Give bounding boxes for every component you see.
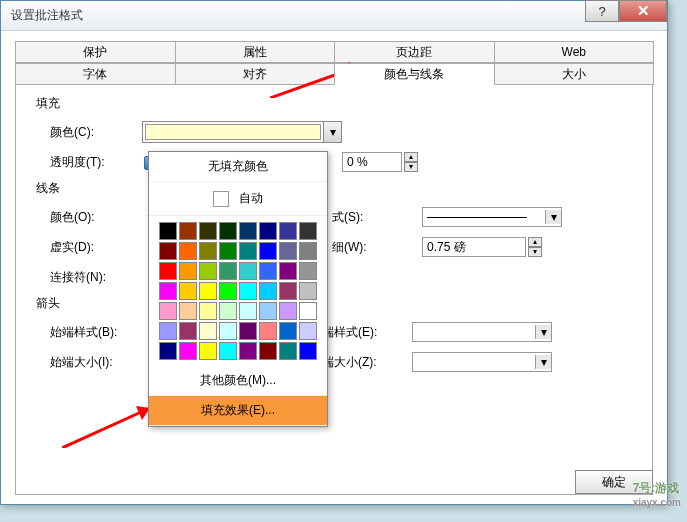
watermark: 7号:游戏xiayx.com bbox=[633, 478, 681, 508]
chevron-down-icon[interactable]: ▾ bbox=[545, 210, 561, 224]
titlebar[interactable]: 设置批注格式 ? ✕ bbox=[1, 1, 667, 31]
spin-down-icon[interactable]: ▾ bbox=[404, 162, 418, 172]
color-swatch[interactable] bbox=[299, 322, 317, 340]
color-swatch[interactable] bbox=[239, 342, 257, 360]
color-swatch[interactable] bbox=[279, 282, 297, 300]
color-swatch[interactable] bbox=[279, 262, 297, 280]
color-swatch[interactable] bbox=[299, 262, 317, 280]
color-swatch[interactable] bbox=[159, 322, 177, 340]
color-swatch[interactable] bbox=[179, 282, 197, 300]
auto-color-item[interactable]: 自动 bbox=[149, 182, 327, 216]
color-swatch[interactable] bbox=[259, 242, 277, 260]
color-swatch[interactable] bbox=[179, 242, 197, 260]
color-swatch[interactable] bbox=[199, 342, 217, 360]
fill-color-combo[interactable]: ▾ bbox=[142, 121, 342, 143]
color-swatch[interactable] bbox=[259, 302, 277, 320]
line-weight-input[interactable] bbox=[422, 237, 526, 257]
color-swatch[interactable] bbox=[279, 302, 297, 320]
color-swatch[interactable] bbox=[299, 222, 317, 240]
tab-margins[interactable]: 页边距 bbox=[334, 41, 495, 63]
color-swatch[interactable] bbox=[159, 302, 177, 320]
tab-font[interactable]: 字体 bbox=[15, 63, 176, 85]
tab-size[interactable]: 大小 bbox=[494, 63, 655, 85]
spin-up-icon[interactable]: ▴ bbox=[404, 152, 418, 162]
tab-properties[interactable]: 属性 bbox=[175, 41, 336, 63]
end-size-combo[interactable]: ▾ bbox=[412, 352, 552, 372]
spin-down-icon[interactable]: ▾ bbox=[528, 247, 542, 257]
chevron-down-icon[interactable]: ▾ bbox=[535, 355, 551, 369]
no-fill-item[interactable]: 无填充颜色 bbox=[149, 152, 327, 182]
color-swatch[interactable] bbox=[239, 262, 257, 280]
tab-align[interactable]: 对齐 bbox=[175, 63, 336, 85]
color-swatch[interactable] bbox=[219, 302, 237, 320]
color-swatch[interactable] bbox=[219, 242, 237, 260]
transparency-spinner[interactable]: ▴▾ bbox=[342, 152, 418, 172]
spin-up-icon[interactable]: ▴ bbox=[528, 237, 542, 247]
tab-colors-lines[interactable]: 颜色与线条 bbox=[334, 63, 495, 85]
color-swatch[interactable] bbox=[219, 262, 237, 280]
color-swatch[interactable] bbox=[159, 222, 177, 240]
color-swatch[interactable] bbox=[179, 302, 197, 320]
color-swatch[interactable] bbox=[279, 222, 297, 240]
color-swatch[interactable] bbox=[239, 322, 257, 340]
color-swatch[interactable] bbox=[259, 222, 277, 240]
fill-effects-item[interactable]: 填充效果(E)... bbox=[149, 396, 327, 426]
color-swatch[interactable] bbox=[299, 282, 317, 300]
begin-size-label: 始端大小(I): bbox=[50, 354, 142, 371]
color-swatch[interactable] bbox=[259, 322, 277, 340]
color-swatch[interactable] bbox=[279, 322, 297, 340]
more-colors-item[interactable]: 其他颜色(M)... bbox=[149, 366, 327, 396]
end-style-combo[interactable]: ▾ bbox=[412, 322, 552, 342]
line-color-label: 颜色(O): bbox=[50, 209, 142, 226]
color-swatch[interactable] bbox=[259, 262, 277, 280]
color-swatch[interactable] bbox=[299, 302, 317, 320]
color-swatch[interactable] bbox=[179, 322, 197, 340]
color-swatch[interactable] bbox=[159, 242, 177, 260]
tab-protect[interactable]: 保护 bbox=[15, 41, 176, 63]
color-swatch[interactable] bbox=[219, 322, 237, 340]
chevron-down-icon[interactable]: ▾ bbox=[323, 122, 341, 142]
color-grid bbox=[149, 216, 327, 366]
color-swatch[interactable] bbox=[259, 342, 277, 360]
color-swatch[interactable] bbox=[159, 342, 177, 360]
color-swatch[interactable] bbox=[199, 222, 217, 240]
color-swatch[interactable] bbox=[239, 302, 257, 320]
line-section-label: 线条 bbox=[36, 180, 632, 197]
color-swatch[interactable] bbox=[179, 262, 197, 280]
color-swatch[interactable] bbox=[219, 342, 237, 360]
color-swatch[interactable] bbox=[199, 262, 217, 280]
tab-web[interactable]: Web bbox=[494, 41, 655, 63]
color-swatch[interactable] bbox=[259, 282, 277, 300]
line-style-label: 式(S): bbox=[332, 209, 422, 226]
color-swatch[interactable] bbox=[159, 262, 177, 280]
color-swatch[interactable] bbox=[199, 322, 217, 340]
color-swatch[interactable] bbox=[219, 222, 237, 240]
color-swatch[interactable] bbox=[239, 222, 257, 240]
color-swatch[interactable] bbox=[179, 342, 197, 360]
connector-label: 连接符(N): bbox=[50, 269, 142, 286]
line-weight-spinner[interactable]: ▴▾ bbox=[422, 237, 542, 257]
transparency-input[interactable] bbox=[342, 152, 402, 172]
color-swatch[interactable] bbox=[179, 222, 197, 240]
color-swatch[interactable] bbox=[279, 342, 297, 360]
color-swatch[interactable] bbox=[199, 282, 217, 300]
color-swatch[interactable] bbox=[239, 242, 257, 260]
close-button[interactable]: ✕ bbox=[619, 0, 667, 22]
line-sample bbox=[427, 217, 527, 218]
dialog-title: 设置批注格式 bbox=[11, 7, 83, 24]
help-button[interactable]: ? bbox=[585, 0, 619, 22]
color-swatch[interactable] bbox=[199, 242, 217, 260]
line-style-combo[interactable]: ▾ bbox=[422, 207, 562, 227]
auto-label: 自动 bbox=[239, 190, 263, 207]
color-swatch[interactable] bbox=[299, 242, 317, 260]
color-swatch[interactable] bbox=[239, 282, 257, 300]
color-swatch[interactable] bbox=[279, 242, 297, 260]
tabs: 保护 属性 页边距 Web 字体 对齐 颜色与线条 大小 bbox=[1, 31, 667, 85]
color-swatch[interactable] bbox=[199, 302, 217, 320]
color-swatch[interactable] bbox=[159, 282, 177, 300]
fill-color-swatch bbox=[145, 124, 321, 140]
end-size-label: 端大小(Z): bbox=[322, 354, 412, 371]
color-swatch[interactable] bbox=[219, 282, 237, 300]
color-swatch[interactable] bbox=[299, 342, 317, 360]
chevron-down-icon[interactable]: ▾ bbox=[535, 325, 551, 339]
